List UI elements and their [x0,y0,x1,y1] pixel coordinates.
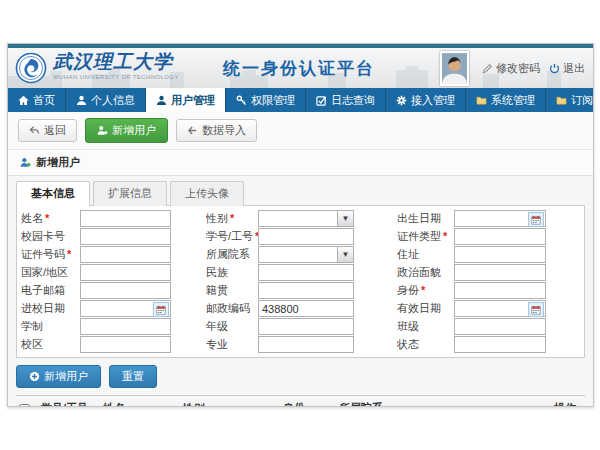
name-field-required-marker: * [45,212,49,224]
native-place-field-input[interactable] [259,283,353,298]
student-no-field-input[interactable] [259,229,353,244]
home-icon [18,95,29,106]
form-row: 国家/地区民族政治面貌 [21,264,580,281]
grade-field-input-box [258,318,354,335]
nav-log-query[interactable]: 日志查询 [306,88,386,112]
email-field-group: 电子邮箱 [21,282,171,299]
campus-field-label: 校区 [21,337,80,352]
submit-add-user-label: 新增用户 [44,369,88,384]
identity-field-input[interactable] [455,283,545,298]
postal-code-field-input[interactable] [259,301,353,316]
enroll-date-field-calendar-icon[interactable] [153,302,169,317]
nav-subscribe-mgmt-label: 订阅管理 [571,93,594,108]
form-tabs: 基本信息扩展信息上传头像 [16,181,585,206]
form-row: 校园卡号学号/工号*证件类型* [21,228,580,245]
id-no-field-input[interactable] [81,247,170,262]
class-field-input[interactable] [455,319,545,334]
name-field-group: 姓名* [21,210,171,227]
campus-field-input[interactable] [81,337,170,352]
col-name: 姓名 [100,396,180,408]
enroll-date-field-label: 进校日期 [21,301,80,316]
gender-field-required-marker: * [230,212,234,224]
student-no-field-input-box [258,228,354,245]
native-place-field-input-box [258,282,354,299]
edu-length-field-input[interactable] [81,319,170,334]
valid-date-field-calendar-icon[interactable] [528,302,544,317]
status-field-input[interactable] [455,337,545,352]
nav-home[interactable]: 首页 [8,88,66,112]
department-field-input-box: ▼ [258,246,354,263]
address-field-group: 住址 [397,246,546,263]
email-field-label: 电子邮箱 [21,283,80,298]
campus-card-no-field-input[interactable] [81,229,170,244]
select-all-checkbox[interactable] [19,404,30,407]
pencil-icon [482,63,493,74]
nav-profile-label: 个人信息 [91,93,135,108]
ethnicity-field-input-box [258,264,354,281]
user-avatar[interactable] [440,51,469,86]
political-status-field-input[interactable] [455,265,545,280]
logout-link[interactable]: 退出 [549,61,585,76]
name-field-input-box [80,210,171,227]
log-check-icon [316,95,327,106]
form-row: 校区专业状态 [21,336,580,353]
id-type-field-label: 证件类型* [397,229,454,244]
identity-field-label: 身份* [397,283,454,298]
nav-perm-mgmt[interactable]: 权限管理 [226,88,306,112]
nav-access-mgmt[interactable]: 接入管理 [386,88,466,112]
department-field-label: 所属院系 [206,247,258,262]
id-type-field-required-marker: * [443,230,447,242]
birth-date-field-calendar-icon[interactable] [528,212,544,227]
submit-add-user-button[interactable]: 新增用户 [16,365,101,388]
identity-field-input-box [454,282,546,299]
tab-basic-info[interactable]: 基本信息 [16,181,90,206]
enroll-date-field-group: 进校日期 [21,300,171,317]
reset-button[interactable]: 重置 [109,365,157,388]
valid-date-field-input-box [454,300,546,317]
name-field-input[interactable] [81,211,170,226]
valid-date-field-label: 有效日期 [397,301,454,316]
ethnicity-field-input[interactable] [259,265,353,280]
nav-log-query-label: 日志查询 [331,93,375,108]
major-field-input[interactable] [259,337,353,352]
email-field-input[interactable] [81,283,170,298]
nav-system-mgmt[interactable]: 系统管理 [466,88,546,112]
postal-code-field-label: 邮政编码 [206,301,258,316]
id-no-field-group: 证件号码* [21,246,171,263]
import-arrow-icon [187,125,198,136]
edu-length-field-group: 学制 [21,318,171,335]
gender-field-label: 性别* [206,211,258,226]
logout-label: 退出 [563,61,585,76]
form-row: 证件号码*所属院系▼住址 [21,246,580,263]
address-field-input[interactable] [455,247,545,262]
country-region-field-input[interactable] [81,265,170,280]
class-field-group: 班级 [397,318,546,335]
gender-field-dropdown-arrow-icon[interactable]: ▼ [337,211,353,226]
result-table-wrap: 学号/工号姓名性别身份所属院系操作 [16,395,585,407]
class-field-input-box [454,318,546,335]
form-row: 进校日期邮政编码有效日期 [21,300,580,317]
id-type-field-input-box [454,228,546,245]
back-button[interactable]: 返回 [18,119,77,142]
header-user-area: 修改密码 退出 [440,48,585,88]
status-field-input-box [454,336,546,353]
major-field-label: 专业 [206,337,258,352]
power-icon [549,63,560,74]
grade-field-input[interactable] [259,319,353,334]
data-import-button[interactable]: 数据导入 [176,119,257,142]
col-gender: 性别 [180,396,280,408]
change-password-link[interactable]: 修改密码 [482,61,540,76]
tab-extended-info[interactable]: 扩展信息 [93,181,167,206]
campus-field-input-box [80,336,171,353]
add-user-button[interactable]: 新增用户 [85,118,168,143]
nav-subscribe-mgmt[interactable]: 订阅管理 [546,88,594,112]
tab-upload-avatar[interactable]: 上传头像 [170,181,244,206]
nav-profile[interactable]: 个人信息 [66,88,146,112]
grade-field-label: 年级 [206,319,258,334]
col-select-all [16,396,38,408]
campus-card-no-field-label: 校园卡号 [21,229,80,244]
student-no-field-label: 学号/工号* [206,229,258,244]
id-type-field-input[interactable] [455,229,545,244]
nav-user-mgmt[interactable]: 用户管理 [146,88,226,112]
department-field-dropdown-arrow-icon[interactable]: ▼ [337,247,353,262]
